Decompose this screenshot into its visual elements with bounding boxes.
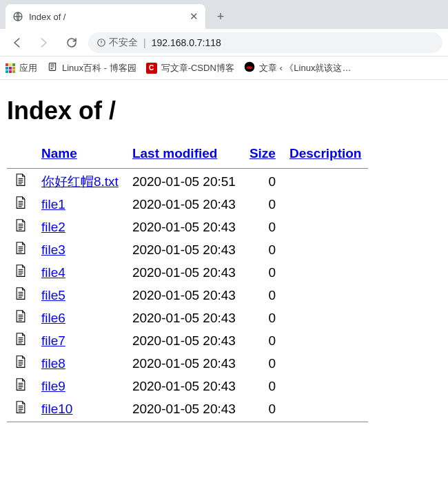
file-size: 0 [243,284,283,307]
file-link[interactable]: file2 [41,220,65,234]
close-icon[interactable]: ✕ [190,10,198,23]
file-modified: 2020-01-05 20:43 [125,261,243,284]
file-description [283,216,369,238]
file-modified: 2020-01-05 20:43 [125,307,243,329]
file-description [283,261,369,284]
file-link[interactable]: file3 [41,242,65,257]
file-size: 0 [243,307,283,329]
file-link[interactable]: file6 [41,311,65,325]
bookmark-label: Linux百科 - 博客园 [62,62,136,74]
page-title: Index of / [7,96,441,125]
directory-listing: Name Last modified Size Description 你好红帽… [7,142,368,424]
file-size: 0 [243,375,283,397]
file-icon [7,397,34,420]
file-description [283,329,369,352]
file-size: 0 [243,216,283,238]
file-link[interactable]: 你好红帽8.txt [41,174,119,189]
file-description [283,352,369,375]
table-row: file102020-01-05 20:430 [7,397,368,420]
apps-icon [6,63,15,73]
forward-button[interactable] [33,32,55,54]
apps-label: 应用 [19,62,37,74]
file-icon [7,193,34,216]
insecure-label: 不安全 [109,37,138,49]
insecure-badge: 不安全 [96,37,138,49]
table-row: file62020-01-05 20:430 [7,307,368,329]
bookmarks-bar: 应用 Linux百科 - 博客园C写文章-CSDN博客文章 ‹ 《Linux就该… [0,56,448,80]
file-modified: 2020-01-05 20:43 [125,284,243,307]
file-description [283,397,369,420]
new-tab-button[interactable]: + [211,7,230,26]
file-icon [7,216,34,238]
col-description[interactable]: Description [289,146,362,160]
tab-title: Index of / [29,12,184,22]
file-link[interactable]: file4 [41,265,65,280]
file-link[interactable]: file8 [41,356,65,371]
col-size[interactable]: Size [250,146,276,160]
divider: | [143,37,146,48]
file-size: 0 [243,261,283,284]
file-link[interactable]: file9 [41,379,65,393]
address-bar[interactable]: 不安全 | 192.168.0.7:118 [88,32,442,53]
file-modified: 2020-01-05 20:43 [125,193,243,216]
apps-button[interactable]: 应用 [6,62,37,74]
file-description [283,284,369,307]
table-row: file12020-01-05 20:430 [7,193,368,216]
file-link[interactable]: file10 [41,402,72,416]
file-size: 0 [243,193,283,216]
table-row: file32020-01-05 20:430 [7,238,368,261]
file-modified: 2020-01-05 20:43 [125,397,243,420]
file-icon [7,238,34,261]
file-description [283,375,369,397]
back-button[interactable] [6,32,28,54]
file-icon [7,284,34,307]
file-description [283,307,369,329]
table-row: 你好红帽8.txt2020-01-05 20:510 [7,170,368,193]
table-row: file72020-01-05 20:430 [7,329,368,352]
reload-button[interactable] [61,32,83,54]
file-modified: 2020-01-05 20:43 [125,238,243,261]
col-name[interactable]: Name [41,146,77,160]
file-description [283,170,369,193]
browser-tab[interactable]: Index of / ✕ [6,4,205,29]
bookmark-label: 文章 ‹ 《Linux就该这… [259,62,352,74]
file-icon [7,307,34,329]
page-content: Index of / Name Last modified Size Descr… [0,80,448,431]
column-header-row: Name Last modified Size Description [7,142,368,167]
file-description [283,238,369,261]
table-row: file82020-01-05 20:430 [7,352,368,375]
file-size: 0 [243,238,283,261]
bookmark-item[interactable]: Linux百科 - 博客园 [47,61,136,74]
table-row: file92020-01-05 20:430 [7,375,368,397]
table-row: file42020-01-05 20:430 [7,261,368,284]
col-modified[interactable]: Last modified [132,146,218,160]
file-icon [7,375,34,397]
file-link[interactable]: file5 [41,288,65,302]
file-icon [7,170,34,193]
file-size: 0 [243,170,283,193]
globe-icon [12,11,23,22]
bookmark-favicon: C [146,63,157,74]
bookmark-item[interactable]: 文章 ‹ 《Linux就该这… [244,61,352,74]
bookmark-favicon [244,61,255,74]
file-modified: 2020-01-05 20:43 [125,352,243,375]
file-size: 0 [243,397,283,420]
file-description [283,193,369,216]
file-icon [7,329,34,352]
tab-bar: Index of / ✕ + [0,0,448,29]
file-size: 0 [243,329,283,352]
file-modified: 2020-01-05 20:43 [125,329,243,352]
file-size: 0 [243,352,283,375]
file-modified: 2020-01-05 20:43 [125,375,243,397]
bookmark-favicon [47,61,58,74]
bookmark-item[interactable]: C写文章-CSDN博客 [146,62,234,74]
file-link[interactable]: file7 [41,333,65,348]
file-link[interactable]: file1 [41,197,65,211]
bookmark-label: 写文章-CSDN博客 [161,62,234,74]
file-icon [7,261,34,284]
file-modified: 2020-01-05 20:51 [125,170,243,193]
table-row: file22020-01-05 20:430 [7,216,368,238]
url-text: 192.168.0.7:118 [152,37,221,48]
browser-toolbar: 不安全 | 192.168.0.7:118 [0,29,448,56]
table-row: file52020-01-05 20:430 [7,284,368,307]
